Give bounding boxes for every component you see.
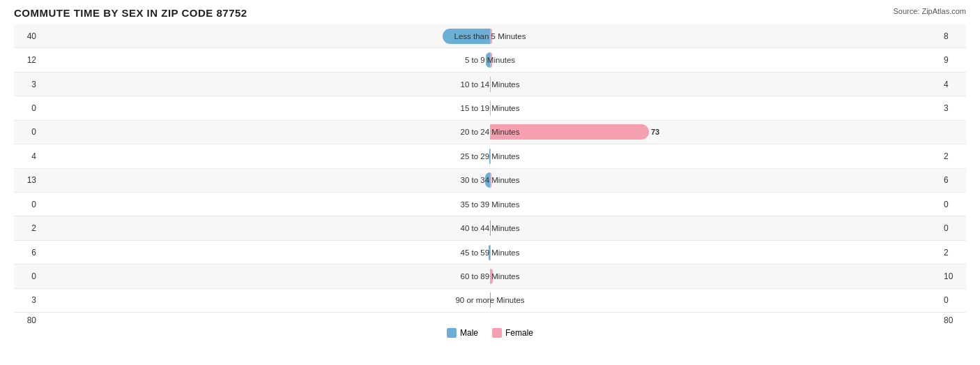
table-row: 125 to 9 Minutes9 bbox=[14, 48, 966, 72]
bars-wrapper: 40 to 44 Minutes bbox=[39, 216, 941, 239]
male-value: 40 bbox=[14, 31, 39, 41]
female-bar bbox=[490, 52, 492, 68]
bars-wrapper: 5 to 9 Minutes bbox=[39, 48, 941, 71]
legend-male: Male bbox=[447, 328, 478, 338]
male-value: 4 bbox=[14, 151, 39, 161]
female-value: 0 bbox=[941, 223, 966, 233]
male-bar-container bbox=[422, 172, 490, 188]
female-value: 9 bbox=[941, 55, 966, 65]
female-value: 0 bbox=[941, 295, 966, 305]
female-bar-container bbox=[490, 245, 500, 260]
legend-female: Female bbox=[492, 328, 533, 338]
bars-wrapper: 60 to 89 Minutes bbox=[39, 265, 941, 288]
table-row: 1330 to 34 Minutes6 bbox=[14, 169, 966, 193]
female-bar-container bbox=[490, 29, 532, 44]
male-bar-container bbox=[475, 77, 490, 92]
male-bar-container bbox=[469, 149, 490, 164]
male-bar-container bbox=[459, 245, 490, 260]
table-row: 645 to 59 Minutes2 bbox=[14, 241, 966, 265]
male-bar-container bbox=[480, 221, 490, 236]
chart-area: 40Less than 5 Minutes8125 to 9 Minutes93… bbox=[14, 24, 966, 313]
female-bar-container bbox=[490, 172, 521, 188]
bars-wrapper: 35 to 39 Minutes bbox=[39, 193, 941, 216]
female-bar-container bbox=[490, 77, 511, 92]
chart-title: COMMUTE TIME BY SEX IN ZIP CODE 87752 bbox=[14, 7, 966, 19]
male-value: 13 bbox=[14, 175, 39, 185]
female-bar bbox=[490, 29, 492, 44]
table-row: 240 to 44 Minutes0 bbox=[14, 216, 966, 240]
male-bar-container bbox=[282, 29, 490, 44]
female-bar-container bbox=[490, 149, 500, 164]
row-label: 35 to 39 Minutes bbox=[460, 200, 519, 209]
axis-right: 80 bbox=[941, 315, 966, 325]
female-value: 2 bbox=[941, 248, 966, 258]
female-bar bbox=[490, 172, 491, 188]
table-row: 035 to 39 Minutes0 bbox=[14, 193, 966, 216]
male-value: 0 bbox=[14, 103, 39, 113]
female-value: 3 bbox=[941, 103, 966, 113]
table-row: 390 or more Minutes0 bbox=[14, 289, 966, 313]
female-value: 0 bbox=[941, 200, 966, 209]
axis-left: 80 bbox=[14, 315, 39, 325]
male-value: 3 bbox=[14, 80, 39, 89]
female-value: 4 bbox=[941, 80, 966, 89]
male-legend-label: Male bbox=[460, 328, 478, 338]
table-row: 060 to 89 Minutes10 bbox=[14, 265, 966, 288]
female-bar bbox=[490, 77, 491, 92]
female-value: 2 bbox=[941, 151, 966, 161]
male-bar bbox=[485, 172, 490, 188]
table-row: 425 to 29 Minutes2 bbox=[14, 144, 966, 168]
male-bar-container bbox=[475, 292, 490, 308]
male-value: 6 bbox=[14, 248, 39, 258]
female-value: 10 bbox=[941, 271, 966, 281]
male-value: 0 bbox=[14, 127, 39, 137]
female-bar-container: 73 bbox=[490, 124, 868, 140]
male-value: 3 bbox=[14, 295, 39, 305]
female-legend-box bbox=[492, 328, 502, 338]
bars-wrapper: 10 to 14 Minutes bbox=[39, 73, 941, 96]
table-row: 015 to 19 Minutes3 bbox=[14, 96, 966, 120]
male-value: 12 bbox=[14, 55, 39, 65]
female-value: 8 bbox=[941, 31, 966, 41]
row-label: 40 to 44 Minutes bbox=[460, 224, 519, 232]
bars-wrapper: 90 or more Minutes bbox=[39, 289, 941, 312]
female-bar bbox=[490, 124, 649, 140]
table-row: 40Less than 5 Minutes8 bbox=[14, 24, 966, 48]
male-value: 2 bbox=[14, 223, 39, 233]
female-bar bbox=[490, 269, 493, 284]
female-value: 6 bbox=[941, 175, 966, 185]
source-label: Source: ZipAtlas.com bbox=[893, 7, 966, 15]
female-bar-container bbox=[490, 52, 537, 68]
male-value: 0 bbox=[14, 200, 39, 209]
male-legend-box bbox=[447, 328, 457, 338]
legend: Male Female bbox=[14, 328, 966, 338]
row-label: 90 or more Minutes bbox=[455, 296, 524, 304]
axis-row: 80 80 bbox=[14, 315, 966, 325]
table-row: 020 to 24 Minutes73 bbox=[14, 121, 966, 144]
bars-wrapper: 30 to 34 Minutes bbox=[39, 169, 941, 192]
chart-container: COMMUTE TIME BY SEX IN ZIP CODE 87752 So… bbox=[0, 0, 980, 365]
male-bar bbox=[443, 29, 490, 44]
bars-wrapper: 20 to 24 Minutes73 bbox=[39, 121, 941, 144]
female-bar-container bbox=[490, 100, 505, 116]
bars-wrapper: 15 to 19 Minutes bbox=[39, 96, 941, 119]
bars-wrapper: Less than 5 Minutes bbox=[39, 24, 941, 47]
bars-wrapper: 25 to 29 Minutes bbox=[39, 144, 941, 167]
table-row: 310 to 14 Minutes4 bbox=[14, 73, 966, 96]
male-bar-container bbox=[428, 52, 490, 68]
bars-wrapper: 45 to 59 Minutes bbox=[39, 241, 941, 264]
female-bar-value-label: 73 bbox=[651, 128, 659, 136]
male-value: 0 bbox=[14, 271, 39, 281]
female-legend-label: Female bbox=[505, 328, 533, 338]
female-bar-container bbox=[490, 269, 542, 284]
